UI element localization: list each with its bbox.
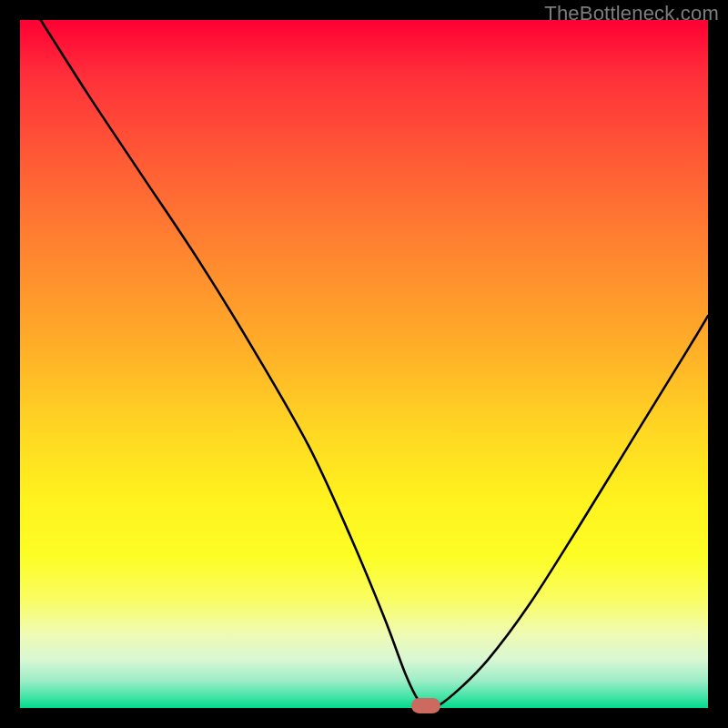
chart-frame: TheBottleneck.com <box>0 0 728 728</box>
bottleneck-curve <box>0 0 728 728</box>
optimum-marker <box>411 698 440 713</box>
watermark-text: TheBottleneck.com <box>544 2 719 25</box>
